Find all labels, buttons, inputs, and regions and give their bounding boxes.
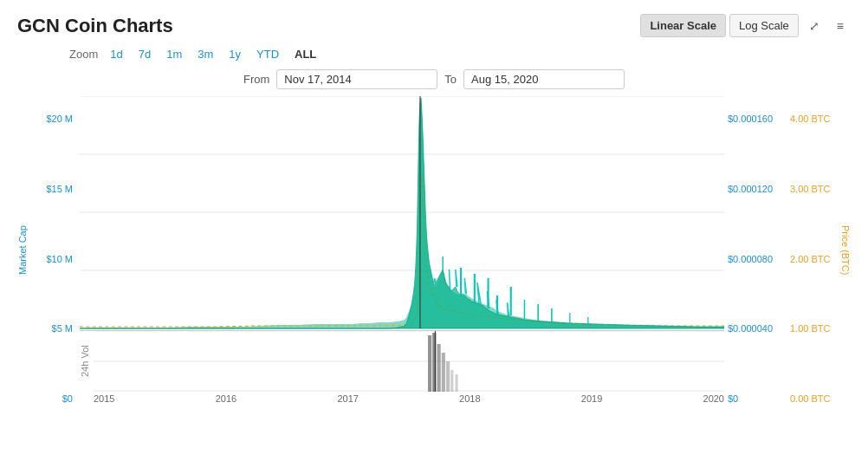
left-axis: Market Cap $20 M $15 M $10 M $5 M $0 [17, 96, 80, 404]
linear-scale-button[interactable]: Linear Scale [640, 14, 726, 37]
market-cap-label: Market Cap [17, 96, 31, 404]
right-axes: $0.000160 $0.000120 $0.000080 $0.000040 … [724, 96, 851, 404]
header-controls: Linear Scale Log Scale ⤢ ≡ [640, 14, 851, 37]
right-btc-3: 1.00 BTC [790, 323, 837, 334]
right-price-1: $0.000120 [728, 184, 787, 194]
zoom-7d[interactable]: 7d [135, 46, 154, 62]
x-label-2020: 2020 [703, 393, 724, 404]
volume-chart-area [94, 331, 724, 392]
chart-container: Market Cap $20 M $15 M $10 M $5 M $0 [17, 96, 851, 404]
chart-area: 24h Vol [80, 96, 724, 404]
right-price-4: $0 [728, 393, 787, 404]
left-label-1: $15 M [31, 184, 73, 194]
to-label: To [444, 73, 457, 86]
price-chart-area [80, 96, 724, 330]
left-label-2: $10 M [31, 254, 73, 264]
right-btc-1: 3.00 BTC [790, 184, 837, 194]
svg-rect-21 [437, 344, 441, 392]
btc-axis-label: Price (BTC) [837, 96, 851, 404]
svg-rect-19 [428, 335, 431, 392]
zoom-row: Zoom 1d 7d 1m 3m 1y YTD ALL [17, 46, 851, 62]
svg-rect-25 [455, 374, 457, 392]
page-title: GCN Coin Charts [17, 15, 173, 37]
right-price-3: $0.000040 [728, 323, 787, 334]
right-price-0: $0.000160 [728, 114, 787, 124]
zoom-1d[interactable]: 1d [107, 46, 126, 62]
from-label: From [243, 73, 269, 86]
zoom-all[interactable]: ALL [291, 46, 320, 62]
x-label-2015: 2015 [94, 393, 114, 404]
volume-label: 24h Vol [80, 331, 94, 392]
right-btc-0: 4.00 BTC [790, 114, 837, 124]
right-btc-4: 0.00 BTC [790, 393, 837, 404]
right-price-labels: $0.000160 $0.000120 $0.000080 $0.000040 … [724, 96, 787, 404]
right-btc-2: 2.00 BTC [790, 254, 837, 264]
fullscreen-icon[interactable]: ⤢ [802, 15, 826, 37]
svg-rect-23 [446, 361, 450, 392]
price-chart-svg [80, 96, 724, 330]
zoom-ytd[interactable]: YTD [253, 46, 282, 62]
x-label-2018: 2018 [459, 393, 480, 404]
x-label-2019: 2019 [581, 393, 602, 404]
zoom-1m[interactable]: 1m [163, 46, 185, 62]
svg-rect-22 [442, 353, 445, 392]
left-axis-labels: $20 M $15 M $10 M $5 M $0 [31, 96, 76, 404]
date-range-row: From To [17, 69, 851, 89]
x-axis-labels: 2015 2016 2017 2018 2019 2020 [80, 392, 724, 404]
volume-chart-svg [94, 331, 724, 392]
x-label-2016: 2016 [216, 393, 236, 404]
right-price-2: $0.000080 [728, 254, 787, 264]
volume-row: 24h Vol [80, 331, 724, 392]
menu-icon[interactable]: ≡ [830, 15, 851, 37]
left-label-4: $0 [31, 393, 73, 404]
left-label-3: $5 M [31, 323, 73, 334]
to-date-input[interactable] [463, 69, 625, 89]
left-label-0: $20 M [31, 114, 73, 124]
zoom-1y[interactable]: 1y [225, 46, 244, 62]
right-btc-area: 4.00 BTC 3.00 BTC 2.00 BTC 1.00 BTC 0.00… [787, 96, 851, 404]
right-btc-labels: 4.00 BTC 3.00 BTC 2.00 BTC 1.00 BTC 0.00… [787, 96, 837, 404]
zoom-3m[interactable]: 3m [194, 46, 217, 62]
svg-rect-24 [450, 370, 453, 392]
from-date-input[interactable] [276, 69, 437, 89]
zoom-label: Zoom [69, 48, 98, 61]
x-label-2017: 2017 [337, 393, 358, 404]
log-scale-button[interactable]: Log Scale [729, 14, 799, 37]
